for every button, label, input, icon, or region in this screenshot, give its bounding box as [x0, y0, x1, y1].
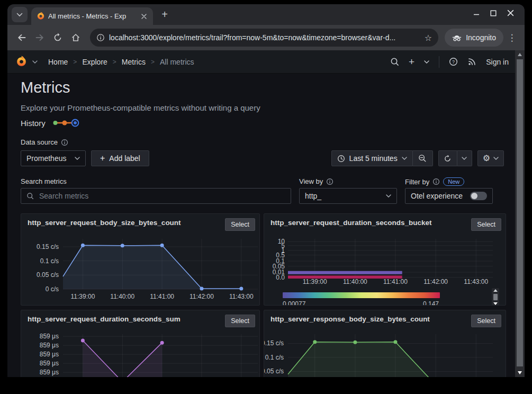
breadcrumb-explore[interactable]: Explore	[82, 58, 107, 66]
close-button[interactable]	[507, 10, 514, 16]
site-info-icon[interactable]	[96, 33, 105, 42]
view-by-select[interactable]: http_	[299, 188, 397, 204]
select-button[interactable]: Select	[471, 218, 501, 231]
select-button[interactable]: Select	[225, 218, 255, 231]
search-icon[interactable]	[390, 57, 399, 66]
news-rss-icon[interactable]	[467, 57, 476, 66]
tab-search-button[interactable]	[12, 7, 28, 22]
time-range-label: Last 5 minutes	[349, 154, 398, 163]
time-controls: Last 5 minutes ⚙	[331, 150, 504, 166]
search-metrics-field[interactable]	[21, 188, 291, 204]
sign-in-button[interactable]: Sign in	[486, 58, 509, 66]
otel-experience-control: Otel experience	[405, 188, 493, 204]
maximize-button[interactable]	[490, 10, 497, 16]
svg-text:0.05 c/s: 0.05 c/s	[264, 368, 284, 375]
chevron-down-icon	[462, 157, 467, 160]
chevron-down-icon	[493, 157, 499, 160]
svg-text:11:42:00: 11:42:00	[423, 278, 448, 285]
add-new-chevron-icon[interactable]	[424, 60, 429, 64]
otel-toggle[interactable]	[470, 192, 487, 200]
svg-text:859 μs: 859 μs	[40, 360, 59, 367]
grafana-header: Home > Explore > Metrics > All metrics +…	[7, 50, 525, 74]
gear-icon: ⚙	[483, 154, 490, 163]
scroll-thumb[interactable]	[517, 59, 523, 366]
forward-button[interactable]	[32, 30, 48, 46]
bookmark-star-icon[interactable]: ☆	[425, 33, 432, 43]
chevron-down-icon	[386, 194, 391, 198]
metrics-panel-grid: 11:39:0011:40:0011:41:0011:42:0011:43:00…	[21, 213, 506, 377]
view-by-label-row: View by	[299, 177, 333, 185]
breadcrumb-separator: >	[113, 58, 116, 66]
scroll-up-icon[interactable]	[518, 53, 522, 56]
browser-menu-icon[interactable]: ⋮	[506, 32, 518, 43]
panel-request-duration-bucket: 11:39:0011:40:0011:41:0011:42:0011:43:00…	[264, 213, 506, 306]
page-title: Metrics	[21, 79, 70, 96]
svg-text:0.1 c/s: 0.1 c/s	[40, 257, 59, 265]
address-bar[interactable]: localhost:3000/explore/metrics/trail?fro…	[90, 29, 438, 47]
panel-request-duration-sum: 11:39:0011:40:0011:41:0011:42:0011:43:00…	[21, 310, 260, 377]
otel-label: Otel experience	[411, 192, 463, 200]
info-icon[interactable]	[326, 178, 333, 185]
svg-text:11:43:00: 11:43:00	[229, 293, 254, 300]
refresh-interval-dropdown[interactable]	[457, 150, 472, 166]
filter-by-label-row: Filter by New	[405, 177, 464, 186]
back-button[interactable]	[14, 30, 30, 46]
add-new-button[interactable]: +	[409, 56, 414, 68]
chevron-down-icon	[402, 157, 407, 160]
home-button[interactable]	[68, 30, 84, 46]
history-step-1[interactable]	[53, 121, 57, 125]
grafana-favicon-icon	[37, 12, 45, 21]
chevron-down-icon	[75, 157, 80, 160]
new-badge: New	[443, 177, 464, 186]
breadcrumb-home[interactable]: Home	[48, 58, 68, 66]
svg-text:859 μs: 859 μs	[40, 351, 59, 358]
scroll-up-icon[interactable]	[493, 289, 498, 292]
history-timeline[interactable]	[52, 118, 79, 128]
zoom-out-button[interactable]	[413, 150, 433, 166]
toggle-knob	[471, 193, 477, 199]
refresh-icon	[444, 155, 452, 163]
grafana-logo-icon[interactable]	[16, 56, 27, 68]
settings-button[interactable]: ⚙	[477, 150, 504, 166]
datasource-label: Data source	[21, 138, 58, 146]
url-text: localhost:3000/explore/metrics/trail?fro…	[109, 33, 420, 42]
minimize-button[interactable]	[473, 10, 480, 16]
tab-close-icon[interactable]	[139, 12, 149, 21]
help-icon[interactable]: ?	[449, 57, 458, 66]
incognito-badge: Incognito	[445, 29, 503, 47]
panel-title: http_server_request_duration_seconds_buc…	[270, 219, 432, 227]
select-button[interactable]: Select	[471, 315, 501, 327]
line-chart: 11:39:0011:40:0011:41:0011:42:0011:43:00…	[21, 214, 260, 306]
legend-max-value: 0.147	[423, 300, 439, 306]
info-icon[interactable]	[61, 139, 68, 146]
breadcrumb-metrics[interactable]: Metrics	[122, 58, 146, 66]
datasource-select[interactable]: Prometheus	[21, 150, 86, 166]
svg-text:11:40:00: 11:40:00	[343, 278, 367, 285]
grafana-content: Metrics Explore your Prometheus-compatib…	[7, 74, 515, 377]
scroll-down-icon[interactable]	[518, 371, 522, 374]
scroll-down-icon[interactable]	[493, 302, 498, 305]
select-button[interactable]: Select	[225, 315, 255, 327]
info-icon[interactable]	[432, 178, 440, 185]
refresh-button[interactable]	[438, 150, 457, 166]
new-tab-button[interactable]: +	[157, 7, 172, 22]
svg-text:0.05 c/s: 0.05 c/s	[37, 271, 59, 279]
plus-icon: +	[100, 154, 105, 163]
svg-text:11:42:00: 11:42:00	[190, 293, 214, 300]
reload-button[interactable]	[50, 30, 66, 46]
time-range-picker[interactable]: Last 5 minutes	[331, 150, 413, 166]
browser-tab[interactable]: All metrics - Metrics - Exp	[31, 7, 153, 25]
panel-scrollbar[interactable]	[492, 288, 499, 306]
history-step-2[interactable]	[62, 121, 67, 126]
search-input[interactable]	[38, 191, 285, 201]
legend-min-value: 0.00077	[283, 300, 305, 306]
browser-toolbar: localhost:3000/explore/metrics/trail?fro…	[7, 25, 525, 50]
page-scrollbar[interactable]	[515, 50, 525, 377]
scroll-thumb[interactable]	[493, 294, 498, 300]
incognito-icon	[452, 33, 462, 42]
add-label-button[interactable]: + Add label	[91, 150, 149, 166]
browser-window: All metrics - Metrics - Exp +	[7, 4, 525, 377]
org-switcher-chevron-icon[interactable]	[32, 60, 38, 64]
svg-text:?: ?	[452, 59, 455, 65]
view-by-value: http_	[305, 192, 321, 200]
